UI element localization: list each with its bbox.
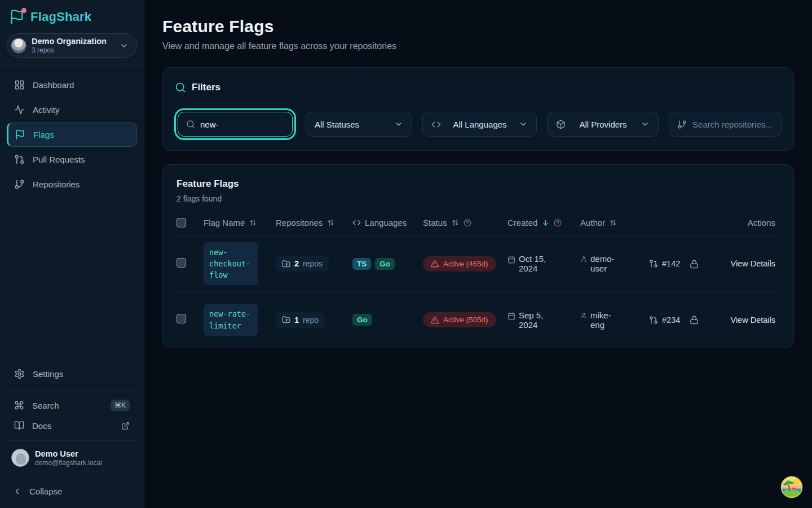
sidebar-nav: Dashboard Activity Flags Pull Requests R…: [0, 66, 144, 197]
chevron-left-icon: [12, 487, 22, 496]
language-filter-value: All Languages: [447, 120, 513, 129]
org-repo-count: 3 repos: [32, 46, 114, 54]
sidebar-item-docs[interactable]: Docs: [7, 415, 137, 436]
chevron-down-icon: [394, 120, 403, 129]
repo-search-input[interactable]: [692, 120, 773, 129]
provider-filter-dropdown[interactable]: All Providers: [547, 112, 659, 137]
sidebar-item-repositories[interactable]: Repositories: [7, 172, 137, 196]
table-row: new-checkout-flow 2 repos TSGo Active (4…: [176, 236, 780, 292]
sidebar-item-activity[interactable]: Activity: [7, 98, 137, 122]
command-icon: [14, 400, 24, 410]
column-header-flag-name[interactable]: Flag Name: [204, 218, 276, 227]
table-count: 2 flags found: [176, 194, 780, 203]
warning-triangle-icon: [431, 316, 439, 324]
user-email: demo@flagshark.local: [35, 459, 102, 467]
pr-number: #142: [662, 259, 680, 268]
gear-icon: [14, 369, 25, 379]
sidebar-item-search[interactable]: Search ⌘K: [7, 395, 137, 415]
sidebar-item-pull-requests[interactable]: Pull Requests: [7, 147, 137, 172]
column-header-repositories[interactable]: Repositories: [276, 218, 352, 227]
brand-name: FlagShark: [30, 10, 91, 24]
git-branch-icon: [677, 120, 687, 129]
collapse-label: Collapse: [29, 487, 62, 496]
chevron-down-icon: [641, 120, 650, 129]
author-cell: demo-user: [580, 254, 649, 273]
chevron-down-icon: [519, 120, 528, 129]
island-widget-button[interactable]: [780, 475, 804, 499]
status-filter-dropdown[interactable]: All Statuses: [306, 112, 412, 137]
flag-name[interactable]: new-rate-limiter: [204, 304, 258, 336]
repos-badge: 1 repo: [276, 312, 325, 328]
pull-request-link[interactable]: #142: [649, 259, 690, 268]
language-badge: TS: [352, 258, 371, 270]
sort-icon: [326, 218, 335, 227]
page-title: Feature Flags: [162, 17, 794, 36]
language-badge: Go: [352, 314, 372, 326]
org-avatar: [11, 38, 27, 54]
view-details-link[interactable]: View Details: [730, 316, 775, 325]
chevron-down-icon: [120, 41, 129, 51]
column-header-status[interactable]: Status: [423, 218, 508, 227]
package-icon: [556, 120, 566, 129]
pull-request-link[interactable]: #234: [649, 316, 690, 325]
org-name: Demo Organization: [32, 37, 114, 46]
nav-label: Pull Requests: [33, 155, 85, 164]
author-name: demo-user: [590, 254, 617, 273]
help-circle-icon[interactable]: [554, 219, 562, 227]
nav-label: Flags: [33, 130, 54, 139]
status-badge: Active (505d): [423, 312, 496, 327]
table-row: new-rate-limiter 1 repo Go Active (505d)…: [176, 292, 780, 348]
row-checkbox[interactable]: [176, 314, 186, 323]
row-checkbox[interactable]: [176, 258, 186, 268]
user-profile[interactable]: Demo User demo@flagshark.local: [7, 445, 137, 470]
view-details-link[interactable]: View Details: [730, 259, 775, 268]
sidebar-header: FlagShark Demo Organization 3 repos: [0, 0, 144, 66]
repos-count: 2: [294, 259, 299, 268]
repos-word: repo: [303, 316, 319, 325]
repos-word: repos: [303, 259, 323, 268]
column-header-author[interactable]: Author: [580, 218, 649, 227]
search-icon: [175, 82, 186, 93]
created-date: Oct 15, 2024: [519, 254, 562, 273]
lock-icon: [690, 316, 699, 325]
user-name: Demo User: [35, 449, 102, 458]
org-selector[interactable]: Demo Organization 3 repos: [7, 33, 137, 58]
flag-search-input[interactable]: [200, 120, 284, 129]
table-header-row: Flag Name Repositories Languages Status …: [176, 218, 780, 236]
page-subtitle: View and manage all feature flags across…: [162, 41, 794, 51]
nav-label: Repositories: [33, 179, 80, 189]
external-link-icon: [121, 422, 130, 430]
book-icon: [14, 421, 24, 431]
created-cell: Oct 15, 2024: [508, 254, 580, 273]
git-branch-icon: [14, 179, 25, 190]
sidebar-item-flags[interactable]: Flags: [7, 122, 137, 147]
lock-icon: [690, 260, 699, 269]
settings-label: Settings: [33, 369, 63, 379]
search-label: Search: [32, 401, 59, 410]
sidebar-footer: Settings Search ⌘K Docs Demo User demo@f…: [0, 362, 144, 508]
collapse-sidebar-button[interactable]: Collapse: [7, 480, 137, 502]
status-text: Active (465d): [443, 260, 488, 268]
select-all-checkbox[interactable]: [176, 218, 186, 227]
created-cell: Sep 5, 2024: [508, 310, 580, 330]
search-shortcut: ⌘K: [111, 400, 130, 411]
git-pull-request-icon: [649, 259, 658, 268]
dashboard-grid-icon: [14, 80, 25, 90]
column-header-languages[interactable]: Languages: [352, 218, 423, 227]
flag-name[interactable]: new-checkout-flow: [204, 242, 258, 286]
sidebar-item-settings[interactable]: Settings: [7, 362, 137, 386]
column-header-created[interactable]: Created: [508, 218, 580, 227]
notification-dot: [21, 8, 27, 13]
help-circle-icon[interactable]: [464, 219, 471, 227]
nav-label: Activity: [33, 105, 60, 115]
sidebar-item-dashboard[interactable]: Dashboard: [7, 73, 137, 97]
author-cell: mike-eng: [580, 310, 649, 330]
warning-triangle-icon: [431, 260, 439, 268]
language-filter-dropdown[interactable]: All Languages: [422, 112, 537, 137]
calendar-icon: [508, 256, 515, 264]
flag-search-field[interactable]: [178, 112, 293, 137]
docs-label: Docs: [32, 421, 51, 431]
status-badge: Active (465d): [423, 256, 496, 271]
repo-search-field[interactable]: [669, 112, 782, 137]
flag-icon: [15, 129, 25, 140]
